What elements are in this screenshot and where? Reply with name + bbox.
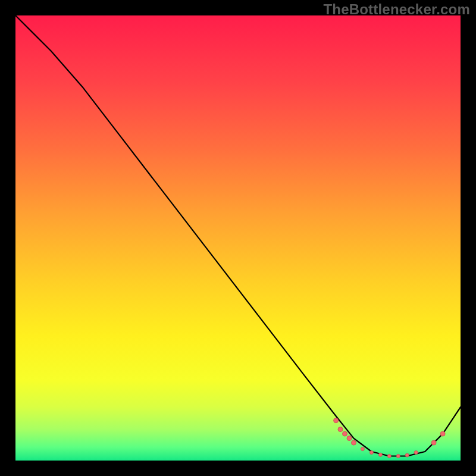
curve-marker	[396, 455, 400, 458]
curve-marker	[347, 436, 352, 441]
curve-marker	[387, 455, 391, 458]
curve-marker	[338, 427, 343, 432]
chart-svg	[15, 15, 461, 461]
curve-marker	[431, 440, 436, 445]
curve-marker	[334, 418, 339, 423]
curve-marker	[352, 440, 356, 445]
watermark-text: TheBottlenecker.com	[323, 1, 470, 18]
curve-marker	[440, 431, 445, 436]
gradient-background	[15, 15, 461, 461]
curve-marker	[378, 453, 382, 456]
plot-area	[15, 15, 461, 461]
curve-marker	[343, 431, 347, 436]
curve-marker	[361, 447, 364, 451]
chart-frame: TheBottlenecker.com	[0, 0, 476, 476]
curve-marker	[369, 451, 373, 455]
curve-marker	[414, 451, 418, 455]
curve-marker	[405, 453, 409, 457]
